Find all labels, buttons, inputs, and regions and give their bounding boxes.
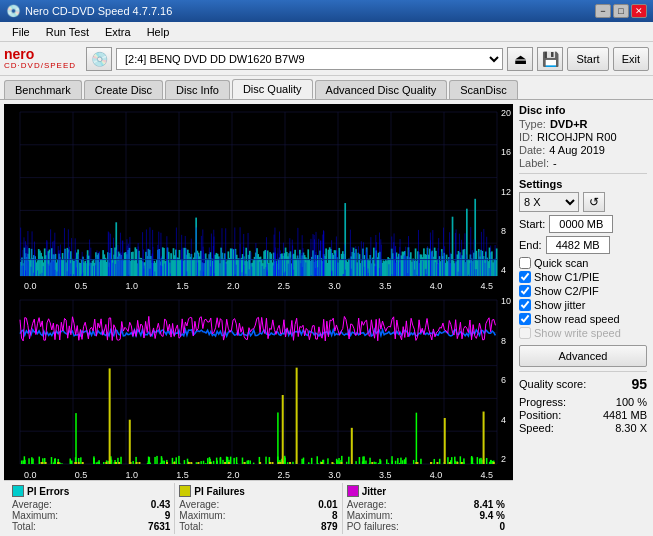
legend-area: PI Errors Average: 0.43 Maximum: 9 Total… — [4, 480, 513, 536]
exit-button[interactable]: Exit — [613, 47, 649, 71]
maximize-button[interactable]: □ — [613, 4, 629, 18]
start-mb-input[interactable] — [549, 215, 613, 233]
show-c2-pif-label: Show C2/PIF — [534, 285, 599, 297]
tab-disc-info[interactable]: Disc Info — [165, 80, 230, 99]
save-icon-btn[interactable]: 💾 — [537, 47, 563, 71]
menu-bar: File Run Test Extra Help — [0, 22, 653, 42]
close-button[interactable]: ✕ — [631, 4, 647, 18]
disc-icon-btn[interactable]: 💿 — [86, 47, 112, 71]
sep1 — [519, 173, 647, 174]
tab-disc-quality[interactable]: Disc Quality — [232, 79, 313, 99]
settings-title: Settings — [519, 178, 647, 190]
position-value: 4481 MB — [603, 409, 647, 421]
end-mb-label: End: — [519, 239, 542, 251]
po-failures-label: PO failures: — [347, 521, 399, 532]
pi-failures-color-box — [179, 485, 191, 497]
disc-label-value: - — [553, 157, 557, 169]
menu-help[interactable]: Help — [139, 24, 178, 40]
show-write-speed-label: Show write speed — [534, 327, 621, 339]
quality-score-value: 95 — [631, 376, 647, 392]
tab-advanced-disc-quality[interactable]: Advanced Disc Quality — [315, 80, 448, 99]
nero-logo: nero CD·DVD/SPEED — [4, 47, 76, 70]
speed-label: Speed: — [519, 422, 554, 434]
pi-failures-total-value: 879 — [321, 521, 338, 532]
type-label: Type: — [519, 118, 546, 130]
pi-errors-total-label: Total: — [12, 521, 36, 532]
pi-errors-avg-value: 0.43 — [151, 499, 170, 510]
pi-errors-max-value: 9 — [165, 510, 171, 521]
po-failures-value: 0 — [499, 521, 505, 532]
date-value: 4 Aug 2019 — [549, 144, 605, 156]
menu-extra[interactable]: Extra — [97, 24, 139, 40]
chart-top: 20 16 12 8 4 0.0 0.5 1.0 1.5 2.0 2.5 3.0… — [4, 104, 513, 292]
pi-errors-max-label: Maximum: — [12, 510, 58, 521]
menu-run-test[interactable]: Run Test — [38, 24, 97, 40]
show-read-speed-checkbox[interactable] — [519, 313, 531, 325]
nero-logo-sub: CD·DVD/SPEED — [4, 61, 76, 70]
show-write-speed-checkbox[interactable] — [519, 327, 531, 339]
title-bar-controls[interactable]: − □ ✕ — [595, 4, 647, 18]
quick-scan-row: Quick scan — [519, 257, 647, 269]
tab-scandisc[interactable]: ScanDisc — [449, 80, 517, 99]
main-content: 20 16 12 8 4 0.0 0.5 1.0 1.5 2.0 2.5 3.0… — [0, 100, 653, 536]
nero-logo-text: nero — [4, 47, 34, 61]
show-c2-pif-row: Show C2/PIF — [519, 285, 647, 297]
toolbar: nero CD·DVD/SPEED 💿 [2:4] BENQ DVD DD DW… — [0, 42, 653, 76]
show-c1-pie-label: Show C1/PIE — [534, 271, 599, 283]
show-jitter-checkbox[interactable] — [519, 299, 531, 311]
app-icon: 💿 — [6, 4, 21, 18]
jitter-avg-label: Average: — [347, 499, 387, 510]
app-title: Nero CD-DVD Speed 4.7.7.16 — [25, 5, 172, 17]
start-button[interactable]: Start — [567, 47, 608, 71]
pi-errors-avg-label: Average: — [12, 499, 52, 510]
quality-score-label: Quality score: — [519, 378, 586, 390]
position-label: Position: — [519, 409, 561, 421]
sep2 — [519, 371, 647, 372]
pi-errors-title: PI Errors — [27, 486, 69, 497]
jitter-avg-value: 8.41 % — [474, 499, 505, 510]
show-c1-pie-checkbox[interactable] — [519, 271, 531, 283]
quick-scan-label: Quick scan — [534, 257, 588, 269]
chart-bottom: 10 8 6 4 2 0.0 0.5 1.0 1.5 2.0 2.5 3.0 3… — [4, 292, 513, 480]
type-value: DVD+R — [550, 118, 588, 130]
sidebar: Disc info Type: DVD+R ID: RICOHJPN R00 D… — [513, 100, 653, 536]
pi-failures-title: PI Failures — [194, 486, 245, 497]
show-write-speed-row: Show write speed — [519, 327, 647, 339]
pi-failures-avg-label: Average: — [179, 499, 219, 510]
menu-file[interactable]: File — [4, 24, 38, 40]
jitter-max-value: 9.4 % — [479, 510, 505, 521]
progress-section: Progress: 100 % Position: 4481 MB Speed:… — [519, 396, 647, 434]
id-label: ID: — [519, 131, 533, 143]
advanced-button[interactable]: Advanced — [519, 345, 647, 367]
start-mb-label: Start: — [519, 218, 545, 230]
pi-failures-max-label: Maximum: — [179, 510, 225, 521]
chart-area: 20 16 12 8 4 0.0 0.5 1.0 1.5 2.0 2.5 3.0… — [4, 104, 513, 480]
eject-icon-btn[interactable]: ⏏ — [507, 47, 533, 71]
pi-failures-avg-value: 0.01 — [318, 499, 337, 510]
refresh-icon-btn[interactable]: ↺ — [583, 192, 605, 212]
show-read-speed-label: Show read speed — [534, 313, 620, 325]
show-jitter-label: Show jitter — [534, 299, 585, 311]
minimize-button[interactable]: − — [595, 4, 611, 18]
quick-scan-checkbox[interactable] — [519, 257, 531, 269]
tab-benchmark[interactable]: Benchmark — [4, 80, 82, 99]
show-jitter-row: Show jitter — [519, 299, 647, 311]
legend-pi-errors: PI Errors Average: 0.43 Maximum: 9 Total… — [8, 483, 175, 534]
pi-failures-max-value: 8 — [332, 510, 338, 521]
date-label: Date: — [519, 144, 545, 156]
tab-create-disc[interactable]: Create Disc — [84, 80, 163, 99]
disc-info-title: Disc info — [519, 104, 647, 116]
drive-select[interactable]: [2:4] BENQ DVD DD DW1620 B7W9 — [116, 48, 503, 70]
progress-value: 100 % — [616, 396, 647, 408]
jitter-max-label: Maximum: — [347, 510, 393, 521]
show-c2-pif-checkbox[interactable] — [519, 285, 531, 297]
speed-select[interactable]: 8 X Max 4 X 16 X — [519, 192, 579, 212]
legend-jitter: Jitter Average: 8.41 % Maximum: 9.4 % PO… — [343, 483, 509, 534]
pi-errors-color-box — [12, 485, 24, 497]
disc-label-label: Label: — [519, 157, 549, 169]
legend-pi-failures: PI Failures Average: 0.01 Maximum: 8 Tot… — [175, 483, 342, 534]
end-mb-input[interactable] — [546, 236, 610, 254]
title-bar: 💿 Nero CD-DVD Speed 4.7.7.16 − □ ✕ — [0, 0, 653, 22]
id-value: RICOHJPN R00 — [537, 131, 616, 143]
title-bar-left: 💿 Nero CD-DVD Speed 4.7.7.16 — [6, 4, 172, 18]
